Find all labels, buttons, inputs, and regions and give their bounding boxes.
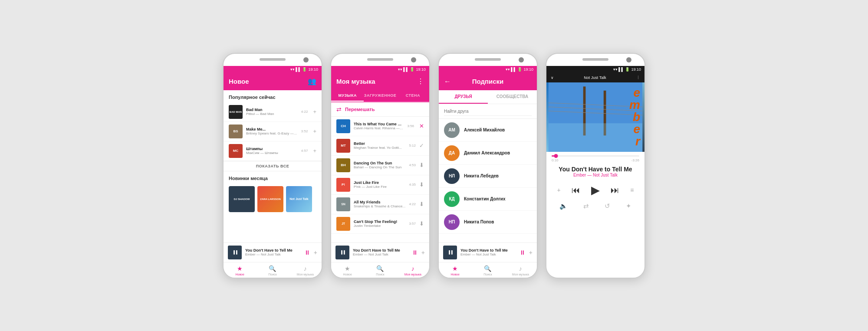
- bottom-nav-3: ★ Новое 🔍 Поиск ♪ Моя музыка: [439, 262, 537, 278]
- track-item[interactable]: MT Better Meghan Trainor feat. Yo Gotti.…: [331, 136, 429, 156]
- add-button[interactable]: +: [529, 249, 533, 256]
- search-friend-input[interactable]: [444, 107, 532, 116]
- tab-communities[interactable]: СООБЩЕСТВА: [488, 90, 537, 104]
- play-pause-button[interactable]: ⏸: [304, 249, 310, 256]
- tab-friends[interactable]: ДРУЗЬЯ: [439, 90, 488, 104]
- nav-search[interactable]: 🔍 Поиск: [364, 262, 396, 278]
- tab-music[interactable]: МУЗЫКА: [331, 90, 364, 102]
- prev-button[interactable]: ⏮: [572, 185, 580, 195]
- friend-item[interactable]: КД Константин Долгих: [439, 188, 537, 211]
- next-button[interactable]: ⏭: [611, 185, 619, 195]
- friend-name: Никита Попов: [464, 220, 494, 224]
- friend-avatar: КД: [444, 191, 460, 207]
- album-cover[interactable]: Not Just Talk: [286, 186, 312, 212]
- search-icon: 🔍: [269, 265, 276, 272]
- album-cover[interactable]: DJ SHADOW: [229, 186, 255, 212]
- shuffle-icon[interactable]: ⇄: [583, 202, 589, 210]
- more-options-icon[interactable]: ⋮: [636, 75, 640, 80]
- music-tabs: МУЗЫКА ЗАГРУЖЕННОЕ СТЕНА: [331, 90, 429, 102]
- download-icon[interactable]: ⬇: [419, 220, 424, 227]
- progress-track[interactable]: [552, 155, 639, 157]
- shuffle-row[interactable]: ⇄ Перемешать: [331, 102, 429, 117]
- bottom-nav-2: ★ Новое 🔍 Поиск ♪ Моя музыка: [331, 262, 429, 278]
- track-item[interactable]: JT Can't Stop The Feeling! Justin Timber…: [331, 214, 429, 234]
- add-icon[interactable]: +: [313, 128, 316, 134]
- remove-icon[interactable]: ✕: [419, 123, 424, 129]
- people-icon-1[interactable]: 👥: [308, 77, 316, 85]
- play-pause-button[interactable]: ⏸: [519, 249, 526, 256]
- nav-search[interactable]: 🔍 Поиск: [471, 262, 504, 278]
- track-thumb: SN: [336, 197, 350, 211]
- music-icon: ♪: [304, 265, 307, 272]
- player-thumb: ▐▐: [443, 246, 457, 259]
- magic-icon[interactable]: ✦: [626, 202, 631, 210]
- back-icon[interactable]: ←: [444, 78, 451, 85]
- track-info: Better Meghan Trainor feat. Yo Gotti...: [354, 141, 405, 150]
- track-item[interactable]: BH Dancing On The Sun Bahari — Dancing O…: [331, 156, 429, 175]
- progress-container[interactable]: [546, 152, 644, 157]
- player-thumb: ▐▐: [228, 246, 242, 259]
- add-to-queue-button[interactable]: +: [557, 187, 561, 193]
- app-bar-2: Моя музыка ⋮: [331, 73, 429, 90]
- download-icon[interactable]: ⬇: [419, 201, 424, 207]
- track-item[interactable]: CH This Is What You Came For Calvin Harr…: [331, 117, 429, 136]
- queue-icon[interactable]: ≡: [630, 187, 634, 193]
- track-artist: P!nk — Just Like Fire: [354, 185, 405, 189]
- nav-music[interactable]: ♪ Моя музыка: [397, 262, 429, 278]
- tab-wall[interactable]: СТЕНА: [397, 90, 429, 102]
- progress-total: -3:26: [631, 158, 639, 162]
- download-icon[interactable]: ⬇: [419, 181, 424, 188]
- chevron-down-icon[interactable]: ∨: [551, 75, 554, 80]
- nav-music-label: Моя музыка: [404, 273, 421, 276]
- friend-item[interactable]: НП Никита Попов: [439, 211, 537, 234]
- friend-item[interactable]: АМ Алексей Михайлов: [439, 119, 537, 142]
- music-icon: ♪: [411, 265, 414, 272]
- track-name: Can't Stop The Feeling!: [354, 220, 405, 224]
- repeat-icon[interactable]: ↺: [605, 202, 610, 210]
- add-button[interactable]: +: [421, 249, 425, 256]
- track-thumb: MT: [336, 139, 350, 153]
- track-item[interactable]: SN All My Friends Snakehips & Tinashe & …: [331, 195, 429, 214]
- status-icons-3: ▾▾ ▌▌ 🔋: [506, 67, 523, 72]
- more-icon-2[interactable]: ⋮: [417, 77, 424, 85]
- friend-name: Константин Долгих: [464, 197, 506, 201]
- track-item[interactable]: BS Make Me... Britney Spears feat. G-Eaz…: [224, 122, 322, 141]
- check-icon[interactable]: ✓: [419, 142, 424, 149]
- album-cover[interactable]: ZARA LARSSON: [257, 186, 283, 212]
- friend-name: Алексей Михайлов: [464, 128, 505, 132]
- progress-dot: [554, 154, 558, 158]
- play-button[interactable]: ▶: [591, 184, 600, 197]
- add-icon[interactable]: +: [313, 147, 316, 154]
- show-all-button[interactable]: ПОКАЗАТЬ ВСЕ: [224, 161, 322, 171]
- nav-home[interactable]: ★ Новое: [439, 262, 471, 278]
- track-item[interactable]: P! Just Like Fire P!nk — Just Like Fire …: [331, 175, 429, 195]
- player-sub: Ember — Not Just Talk: [353, 252, 408, 256]
- app-title-3: Подписки: [472, 78, 504, 85]
- tab-downloaded[interactable]: ЗАГРУЖЕННОЕ: [364, 90, 396, 102]
- nav-music[interactable]: ♪ Моя музыка: [504, 262, 537, 278]
- download-icon[interactable]: ⬇: [419, 162, 424, 168]
- player-bar-1: ▐▐ You Don't Have to Tell Me Ember — Not…: [224, 243, 322, 262]
- add-to-playlist-button[interactable]: +: [314, 249, 317, 256]
- track-item[interactable]: BAD MAN Bad Man Pitbul — Bad Man 4:22 +: [224, 102, 322, 122]
- add-icon[interactable]: +: [313, 108, 316, 115]
- player-thumb: ▐▐: [335, 246, 349, 259]
- album-art: e m b e r: [546, 82, 644, 152]
- track-item[interactable]: МС Штампы МакСим — Штампы 4:57 +: [224, 141, 322, 161]
- player-extras: 🔈 ⇄ ↺ ✦: [546, 200, 644, 213]
- search-icon: 🔍: [484, 265, 491, 272]
- speaker-icon[interactable]: 🔈: [559, 202, 568, 210]
- nav-search[interactable]: 🔍 Поиск: [256, 262, 289, 278]
- friend-item[interactable]: НЛ Никита Лебедев: [439, 165, 537, 188]
- track-artist: Meghan Trainor feat. Yo Gotti...: [354, 146, 405, 150]
- friend-item[interactable]: ДА Даниил Александров: [439, 142, 537, 165]
- play-pause-button[interactable]: ⏸: [412, 249, 418, 256]
- phone-1: ▾▾ ▌▌ 🔋 19:10 Новое 👥 Популярное сейчас …: [223, 53, 322, 279]
- nav-home[interactable]: ★ Новое: [331, 262, 364, 278]
- friend-avatar: АМ: [444, 122, 460, 138]
- status-time-3: 19:10: [523, 67, 533, 72]
- status-time-2: 19:10: [416, 67, 426, 72]
- nav-home[interactable]: ★ Новое: [224, 262, 256, 278]
- player-bar-2: ▐▐ You Don't Have to Tell Me Ember — Not…: [331, 243, 429, 262]
- nav-music[interactable]: ♪ Моя музыка: [289, 262, 322, 278]
